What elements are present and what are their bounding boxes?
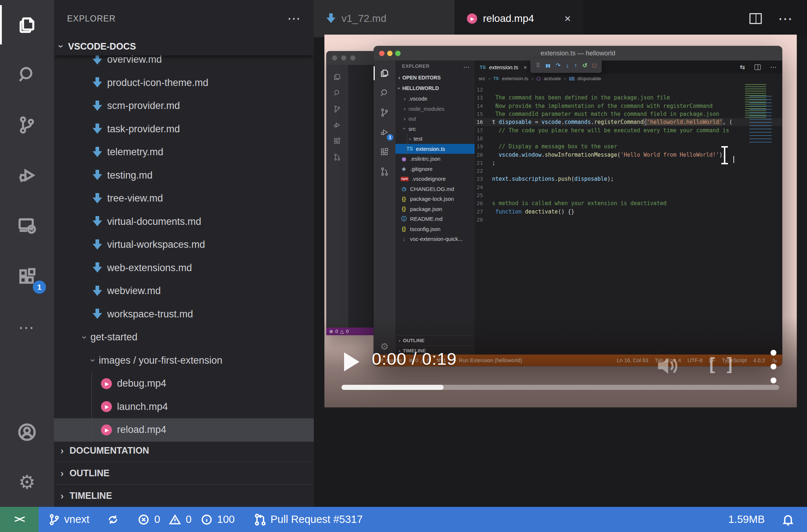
sync-icon[interactable] bbox=[107, 513, 119, 526]
remote-indicator[interactable]: >< bbox=[0, 507, 39, 532]
file-tree-row[interactable]: virtual-documents.md bbox=[54, 210, 314, 234]
extensions-icon[interactable]: 1 bbox=[0, 255, 54, 299]
explorer-icon[interactable] bbox=[0, 3, 54, 47]
inner-activity-bar: 1 ⚙ bbox=[374, 60, 395, 355]
editor-more-icon[interactable]: ⋯ bbox=[770, 63, 776, 71]
file-tree-row[interactable]: npm .vscodeignore bbox=[395, 174, 475, 184]
file-label: README.md bbox=[410, 216, 443, 222]
files-icon[interactable] bbox=[374, 63, 395, 83]
file-tree-row[interactable]: › get-started bbox=[54, 326, 314, 349]
file-tree-row[interactable]: tree-view.md bbox=[54, 187, 314, 210]
pull-request-status[interactable]: Pull Request #5317 bbox=[254, 513, 363, 526]
open-editors-row[interactable]: › OPEN EDITORS bbox=[395, 73, 475, 82]
file-tree-row[interactable]: › test bbox=[395, 134, 475, 144]
branch-status[interactable]: vnext bbox=[48, 513, 89, 526]
file-tree-row[interactable]: task-provider.md bbox=[54, 118, 314, 141]
video-progress-bar[interactable] bbox=[342, 385, 779, 390]
breadcrumb-item[interactable]: extension.ts bbox=[502, 76, 528, 81]
sidebar-section-header[interactable]: › TIMELINE bbox=[54, 484, 314, 507]
sidebar-section-header[interactable]: › OUTLINE bbox=[54, 462, 314, 484]
search-icon[interactable] bbox=[0, 53, 54, 97]
extensions-icon[interactable] bbox=[374, 142, 395, 162]
file-tree-row[interactable]: TS extension.ts bbox=[395, 144, 475, 154]
file-tree-row[interactable]: ◉ .eslintrc.json bbox=[395, 154, 475, 164]
error-icon bbox=[137, 513, 150, 526]
source-control-icon[interactable] bbox=[374, 103, 395, 122]
file-tree-row[interactable]: ◆ .gitignore bbox=[395, 164, 475, 174]
code-editor[interactable]: 12 13 The command has been defined in th… bbox=[475, 83, 782, 343]
file-tree-row[interactable]: debug.mp4 bbox=[54, 372, 314, 395]
volume-icon[interactable] bbox=[652, 352, 682, 381]
file-tree-row[interactable]: scm-provider.md bbox=[54, 94, 314, 118]
file-tree-row[interactable]: ◷ CHANGELOG.md bbox=[395, 184, 475, 194]
close-traffic-light-icon[interactable] bbox=[379, 51, 385, 56]
more-actions-icon[interactable]: ⋯ bbox=[0, 305, 54, 349]
remote-explorer-icon[interactable] bbox=[0, 204, 54, 248]
minimap[interactable] bbox=[744, 84, 776, 183]
video-more-icon[interactable] bbox=[771, 350, 776, 383]
file-type-icon bbox=[93, 216, 102, 227]
file-tree-row[interactable]: ⓘ README.md bbox=[395, 214, 475, 224]
step-into-icon[interactable]: ↓ bbox=[566, 63, 569, 69]
tab-reload-mp4[interactable]: reload.mp4 × bbox=[455, 0, 583, 37]
file-tree-row[interactable]: reload.mp4 bbox=[54, 418, 314, 442]
drag-grip-icon[interactable]: ⠿ bbox=[536, 63, 540, 69]
file-label: overview.md bbox=[107, 54, 162, 65]
project-root-row[interactable]: › HELLOWORLD bbox=[395, 83, 475, 93]
run-debug-icon[interactable] bbox=[0, 153, 54, 197]
fullscreen-icon[interactable]: [ ] bbox=[709, 354, 736, 373]
file-label: extension.ts bbox=[416, 146, 445, 152]
file-tree-row[interactable]: {} package-lock.json bbox=[395, 194, 475, 204]
step-over-icon[interactable]: ↷ bbox=[556, 63, 561, 69]
file-tree-row[interactable]: workspace-trust.md bbox=[54, 303, 314, 326]
code-line: 28 bbox=[475, 216, 782, 224]
file-tree-row[interactable]: {} package.json bbox=[395, 204, 475, 214]
stop-icon[interactable]: □ bbox=[593, 63, 596, 69]
account-icon[interactable] bbox=[0, 410, 54, 454]
tab-close-icon[interactable]: × bbox=[564, 12, 571, 25]
file-type-icon: ◆ bbox=[401, 166, 407, 172]
file-tree-row[interactable]: product-icon-theme.md bbox=[54, 71, 314, 95]
file-tree-row[interactable]: ↓ vsc-extension-quick... bbox=[395, 234, 475, 244]
sidebar-section-header[interactable]: › DOCUMENTATION bbox=[54, 439, 314, 462]
workspace-root-row[interactable]: › VSCODE-DOCS bbox=[54, 37, 314, 55]
explorer-more-icon[interactable]: ⋯ bbox=[463, 63, 469, 71]
file-tree-row[interactable]: › out bbox=[395, 114, 475, 124]
split-editor-icon[interactable] bbox=[755, 64, 761, 70]
file-tree-row[interactable]: › node_modules bbox=[395, 104, 475, 114]
search-icon[interactable] bbox=[374, 83, 395, 103]
pause-icon[interactable]: ▮▮ bbox=[546, 63, 550, 68]
run-debug-icon[interactable]: 1 bbox=[374, 122, 395, 142]
remote-icon[interactable] bbox=[374, 162, 395, 181]
explorer-more-icon[interactable]: ⋯ bbox=[287, 11, 301, 26]
breadcrumb-item[interactable]: activate bbox=[544, 76, 561, 81]
editor-more-icon[interactable]: ⋯ bbox=[778, 10, 792, 27]
file-tree-row[interactable]: › images / your-first-extension bbox=[54, 349, 314, 372]
size-status[interactable]: 1.59MB bbox=[728, 513, 765, 525]
settings-gear-icon[interactable]: ⚙ bbox=[0, 460, 54, 504]
file-tree-row[interactable]: {} tsconfig.json bbox=[395, 224, 475, 234]
play-button[interactable] bbox=[344, 352, 359, 371]
zoom-traffic-light-icon[interactable] bbox=[395, 51, 401, 56]
breadcrumb-item[interactable]: src bbox=[479, 76, 485, 81]
compare-icon[interactable]: ⇆ bbox=[740, 63, 745, 71]
file-tree-row[interactable]: telemetry.md bbox=[54, 141, 314, 164]
file-tree-row[interactable]: webview.md bbox=[54, 279, 314, 303]
split-editor-icon[interactable] bbox=[749, 13, 762, 24]
step-out-icon[interactable]: ↑ bbox=[574, 63, 577, 69]
tab-close-icon[interactable]: × bbox=[524, 64, 527, 70]
restart-icon[interactable]: ↺ bbox=[582, 63, 587, 69]
file-tree-row[interactable]: virtual-workspaces.md bbox=[54, 233, 314, 257]
problems-status[interactable]: 0 0 100 bbox=[137, 513, 235, 526]
tab-v1-72-md[interactable]: v1_72.md bbox=[314, 0, 455, 37]
breadcrumb-item[interactable]: disposable bbox=[577, 76, 601, 81]
minimize-traffic-light-icon[interactable] bbox=[387, 51, 393, 56]
file-tree-row[interactable]: web-extensions.md bbox=[54, 257, 314, 280]
source-control-icon[interactable] bbox=[0, 103, 54, 147]
video-player[interactable]: ⊗0 △0 extension.ts — helloworld bbox=[324, 35, 797, 407]
file-tree-row[interactable]: launch.mp4 bbox=[54, 395, 314, 419]
notifications-bell-icon[interactable] bbox=[781, 513, 795, 526]
file-tree-row[interactable]: › src bbox=[395, 124, 475, 134]
file-tree-row[interactable]: testing.md bbox=[54, 164, 314, 187]
file-tree-row[interactable]: › .vscode bbox=[395, 94, 475, 104]
